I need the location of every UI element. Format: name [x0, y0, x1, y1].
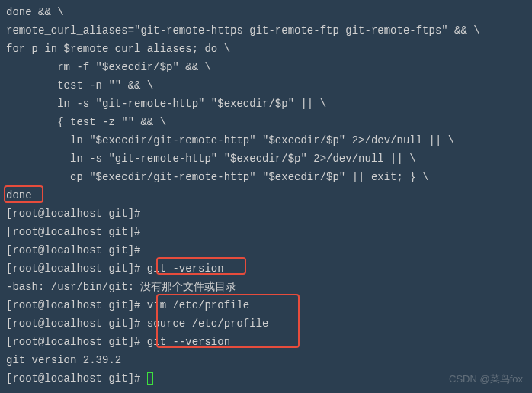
terminal-line: ln -s "git-remote-http" "$execdir/$p" 2>… — [6, 150, 526, 168]
terminal-line: { test -z "" && \ — [6, 113, 526, 131]
prompt-line: [root@localhost git]# — [6, 205, 526, 223]
error-line: -bash: /usr/bin/git: 没有那个文件或目录 — [6, 278, 526, 296]
prompt-line: [root@localhost git]# git -version — [6, 259, 526, 278]
command-source-profile: source /etc/profile — [147, 317, 269, 330]
terminal-line-done: done — [6, 186, 526, 205]
terminal-line: for p in $remote_curl_aliases; do \ — [6, 40, 526, 58]
command-git-version: git --version — [147, 336, 230, 348]
terminal-line: test -n "" && \ — [6, 76, 526, 95]
prompt-line-active[interactable]: [root@localhost git]# — [6, 369, 526, 388]
terminal-line: remote_curl_aliases="git-remote-https gi… — [6, 21, 526, 40]
terminal-line: rm -f "$execdir/$p" && \ — [6, 58, 526, 76]
terminal-line: cp "$execdir/git-remote-http" "$execdir/… — [6, 168, 526, 186]
prompt-line: [root@localhost git]# git --version — [6, 333, 526, 351]
prompt: [root@localhost git]# — [6, 317, 147, 330]
command-vim-profile: vim /etc/profile — [147, 299, 249, 311]
prompt-line: [root@localhost git]# vim /etc/profile — [6, 296, 526, 314]
terminal-line: ln "$execdir/git-remote-http" "$execdir/… — [6, 131, 526, 150]
prompt: [root@localhost git]# — [6, 299, 147, 311]
prompt-line: [root@localhost git]# — [6, 241, 526, 259]
command-git-version-bad: git -version — [147, 263, 224, 275]
watermark: CSDN @菜鸟fox — [449, 370, 523, 388]
prompt-line: [root@localhost git]# source /etc/profil… — [6, 314, 526, 333]
prompt-line: [root@localhost git]# — [6, 223, 526, 241]
prompt: [root@localhost git]# — [6, 263, 147, 275]
prompt: [root@localhost git]# — [6, 336, 147, 348]
terminal-line: done && \ — [6, 3, 526, 21]
cursor-icon — [147, 372, 153, 385]
output-line: git version 2.39.2 — [6, 351, 526, 369]
prompt: [root@localhost git]# — [6, 372, 147, 385]
terminal-line: ln -s "git-remote-http" "$execdir/$p" ||… — [6, 95, 526, 113]
